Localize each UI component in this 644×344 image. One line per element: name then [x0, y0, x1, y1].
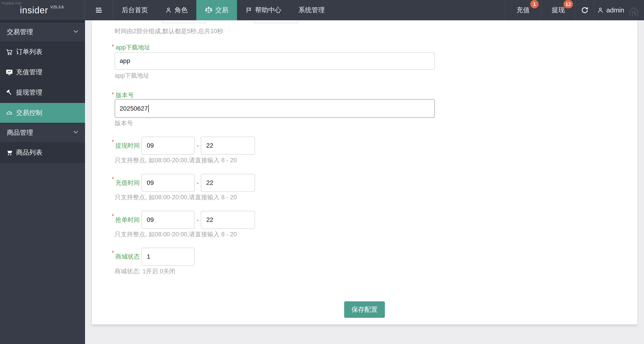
recharge-time-label: * 充值时间: [112, 174, 141, 192]
required-asterisk: *: [112, 175, 114, 182]
sidebar-item-trade-control[interactable]: 交易控制: [0, 103, 85, 123]
gauge-icon: [6, 109, 13, 117]
sidebar-header-product-management[interactable]: 商品管理: [0, 123, 85, 142]
text-cursor: [148, 105, 149, 112]
nav-item-label: 后台首页: [122, 6, 148, 15]
app-url-input[interactable]: [115, 52, 435, 70]
refresh-button[interactable]: [575, 0, 594, 20]
recharge-time-from-input[interactable]: [141, 174, 195, 192]
sidebar-item-product-list[interactable]: 商品列表: [0, 142, 85, 163]
sidebar-item-label: 订单列表: [16, 47, 42, 56]
gavel-icon: [6, 89, 13, 96]
mall-status-row: * 商城状态: [112, 248, 195, 266]
nav-item-help[interactable]: 帮助中心: [237, 0, 290, 20]
chevron-down-icon: [72, 28, 79, 36]
sidebar: 交易管理 订单列表 充值管理 提现管理 交易控制 商品管理: [0, 20, 85, 344]
brand-house-icon: [628, 6, 639, 17]
sidebar-item-order-list[interactable]: 订单列表: [0, 41, 85, 62]
flag-icon: [246, 7, 252, 13]
user-icon: [165, 7, 172, 13]
admin-menu[interactable]: admin: [594, 0, 644, 20]
cart-filled-icon: [6, 149, 13, 156]
nav-item-label: 角色: [174, 6, 188, 15]
withdraw-time-from-input[interactable]: [141, 137, 195, 155]
required-asterisk: *: [112, 138, 114, 145]
nav-item-label: 系统管理: [298, 6, 325, 15]
sidebar-item-withdraw-management[interactable]: 提现管理: [0, 82, 85, 103]
required-asterisk: *: [112, 91, 114, 98]
sidebar-item-label: 交易控制: [16, 108, 42, 117]
user-icon: [597, 7, 604, 13]
required-asterisk: *: [112, 43, 114, 50]
withdraw-time-row: * 提现时间 -: [112, 137, 255, 155]
sidebar-header-trade-management[interactable]: 交易管理: [0, 22, 85, 41]
scales-icon: [205, 6, 212, 14]
mall-status-helper: 商城状态: 1开启 0关闭: [115, 267, 176, 275]
sidebar-item-label: 充值管理: [16, 68, 42, 77]
grab-order-time-from-input[interactable]: [141, 211, 195, 229]
chart-board-icon: [6, 69, 13, 76]
admin-username: admin: [606, 6, 624, 14]
time-helper-text: 时间由2部分组成,默认都是5秒,总共10秒: [115, 27, 223, 35]
logo-version: V25.3.6: [50, 5, 64, 9]
watermark-text: myppp.top: [1, 1, 21, 5]
top-navbar: myppp.top insider V25.3.6 后台首页 角色 交易: [0, 0, 644, 20]
range-dash: -: [195, 211, 201, 229]
chevron-down-icon: [72, 129, 79, 137]
recharge-badge: 1: [530, 0, 539, 8]
withdraw-time-label: * 提现时间: [112, 137, 141, 155]
grab-order-time-row: * 抢单时间 -: [112, 211, 255, 229]
nav-item-label: 交易: [215, 6, 228, 15]
range-dash: -: [195, 137, 201, 155]
save-config-button[interactable]: 保存配置: [344, 301, 385, 318]
withdraw-button[interactable]: 提现 12: [541, 0, 575, 20]
grab-order-time-helper: 只支持整点, 如08:00-20:00,请直接输入 8 - 20: [115, 230, 237, 238]
nav-item-trade[interactable]: 交易: [196, 0, 237, 20]
recharge-time-helper: 只支持整点, 如08:00-20:00,请直接输入 8 - 20: [115, 193, 237, 201]
version-input[interactable]: 20250627: [115, 99, 435, 118]
mall-status-label: * 商城状态: [112, 248, 141, 266]
recharge-time-row: * 充值时间 -: [112, 174, 255, 192]
sidebar-item-label: 提现管理: [16, 88, 42, 97]
sidebar-header-label: 商品管理: [7, 128, 33, 137]
refresh-icon: [581, 6, 588, 14]
required-asterisk: *: [112, 213, 114, 220]
recharge-label: 充值: [516, 6, 530, 15]
nav-item-system[interactable]: 系统管理: [290, 0, 333, 20]
sidebar-gap: [0, 20, 85, 22]
version-helper: 版本号: [115, 119, 133, 127]
nav-item-label: 帮助中心: [255, 6, 281, 15]
app-url-helper: app下载地址: [115, 72, 149, 80]
withdraw-label: 提现: [552, 6, 565, 15]
nav-item-roles[interactable]: 角色: [156, 0, 196, 20]
nav-menu: 后台首页 角色 交易 帮助中心 系统管理: [113, 0, 333, 20]
range-dash: -: [195, 174, 201, 192]
grab-order-time-label: * 抢单时间: [112, 211, 141, 229]
mall-status-input[interactable]: [141, 248, 195, 266]
withdraw-time-to-input[interactable]: [201, 137, 255, 155]
cart-icon: [6, 48, 13, 55]
recharge-time-to-input[interactable]: [201, 174, 255, 192]
sidebar-item-label: 商品列表: [16, 148, 42, 157]
navbar-right: 充值 1 提现 12 admin: [505, 0, 644, 20]
sidebar-collapse-button[interactable]: [85, 0, 113, 20]
recharge-button[interactable]: 充值 1: [505, 0, 541, 20]
sidebar-header-label: 交易管理: [7, 27, 33, 36]
withdraw-badge: 12: [564, 0, 573, 8]
app-url-label: *app下载地址: [112, 43, 150, 51]
menu-toggle-icon: [95, 6, 103, 14]
sidebar-item-recharge-management[interactable]: 充值管理: [0, 62, 85, 82]
logo-text: insider: [20, 5, 48, 15]
required-asterisk: *: [112, 249, 114, 256]
grab-order-time-to-input[interactable]: [201, 211, 255, 229]
withdraw-time-helper: 只支持整点, 如08:00-20:00,请直接输入 8 - 20: [115, 156, 237, 164]
trade-control-form-panel: 时间由2部分组成,默认都是5秒,总共10秒 *app下载地址 app下载地址 *…: [92, 20, 637, 324]
version-label: *版本号: [112, 91, 134, 99]
nav-item-home[interactable]: 后台首页: [113, 0, 156, 20]
